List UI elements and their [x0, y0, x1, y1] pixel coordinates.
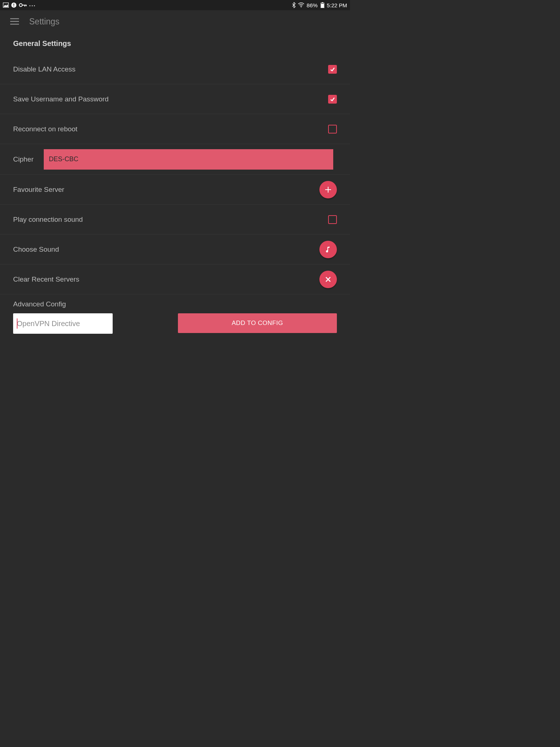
clock-text: 5:22 PM	[327, 2, 347, 8]
row-clear-recent[interactable]: Clear Recent Servers	[0, 264, 350, 294]
label-reconnect-reboot: Reconnect on reboot	[13, 125, 77, 133]
clear-recent-button[interactable]	[319, 271, 337, 288]
label-disable-lan: Disable LAN Access	[13, 65, 75, 73]
svg-rect-16	[325, 189, 331, 190]
music-note-icon	[324, 246, 332, 253]
row-fav-server[interactable]: Favourite Server	[0, 175, 350, 205]
circle-exclaim-icon	[11, 2, 17, 8]
svg-point-4	[19, 4, 22, 7]
status-left: ...	[3, 2, 36, 8]
cipher-value: DES-CBC	[49, 155, 78, 163]
row-cipher: Cipher DES-CBC	[0, 144, 350, 175]
row-reconnect-reboot[interactable]: Reconnect on reboot	[0, 114, 350, 144]
plus-icon	[324, 186, 332, 194]
more-icon: ...	[29, 1, 36, 7]
status-bar: ... 86% 5:22 PM	[0, 0, 350, 10]
label-clear-recent: Clear Recent Servers	[13, 275, 79, 283]
svg-rect-3	[13, 6, 14, 7]
wifi-icon	[298, 3, 304, 8]
checkbox-disable-lan[interactable]	[328, 65, 337, 74]
status-right: 86% 5:22 PM	[292, 2, 347, 8]
picture-icon	[3, 3, 9, 8]
label-fav-server: Favourite Server	[13, 186, 64, 194]
cipher-select[interactable]: DES-CBC	[44, 149, 333, 170]
svg-rect-7	[26, 5, 27, 6]
close-icon	[325, 276, 331, 283]
svg-rect-6	[24, 5, 25, 7]
label-choose-sound: Choose Sound	[13, 245, 59, 253]
svg-rect-11	[321, 4, 324, 8]
openvpn-directive-input[interactable]	[13, 313, 113, 334]
svg-rect-14	[10, 24, 19, 25]
row-play-sound[interactable]: Play connection sound	[0, 205, 350, 235]
svg-rect-13	[10, 21, 19, 22]
checkbox-play-sound[interactable]	[328, 215, 337, 224]
hamburger-icon[interactable]	[10, 18, 19, 25]
text-caret	[17, 318, 18, 329]
svg-rect-2	[13, 4, 14, 6]
label-advanced-config: Advanced Config	[13, 300, 337, 308]
add-fav-server-button[interactable]	[319, 181, 337, 198]
checkbox-reconnect-reboot[interactable]	[328, 125, 337, 133]
label-save-creds: Save Username and Password	[13, 95, 109, 103]
choose-sound-button[interactable]	[319, 241, 337, 258]
battery-icon	[320, 2, 324, 8]
add-to-config-button[interactable]: ADD TO CONFIG	[178, 313, 337, 333]
section-title: General Settings	[0, 33, 350, 54]
row-disable-lan[interactable]: Disable LAN Access	[0, 54, 350, 84]
row-save-creds[interactable]: Save Username and Password	[0, 84, 350, 114]
add-to-config-label: ADD TO CONFIG	[232, 320, 283, 327]
checkbox-save-creds[interactable]	[328, 95, 337, 104]
label-cipher: Cipher	[13, 155, 34, 163]
app-bar: Settings	[0, 10, 350, 33]
battery-text: 86%	[307, 2, 318, 8]
svg-point-8	[301, 7, 302, 7]
content: General Settings Disable LAN Access Save…	[0, 33, 350, 334]
bluetooth-icon	[292, 2, 296, 8]
row-choose-sound[interactable]: Choose Sound	[0, 235, 350, 264]
advanced-config-section: Advanced Config ADD TO CONFIG	[0, 294, 350, 334]
svg-rect-5	[22, 5, 26, 5]
key-icon	[19, 3, 27, 7]
svg-rect-12	[10, 18, 19, 19]
page-title: Settings	[29, 17, 59, 27]
label-play-sound: Play connection sound	[13, 216, 83, 224]
